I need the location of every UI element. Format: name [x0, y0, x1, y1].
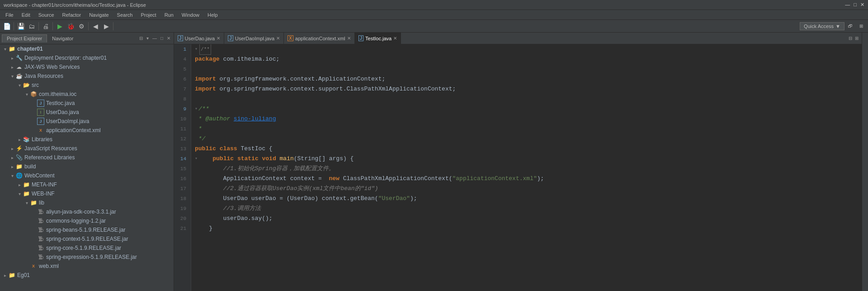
window-controls[interactable]: — □ ✕	[845, 2, 864, 8]
editor-area: JUserDao.java✕JUserDaoImpl.java✕Xapplica…	[174, 33, 862, 291]
tree-item-userdaoimpl-java[interactable]: JUserDaoImpl.java	[0, 117, 174, 126]
tree-item-lib[interactable]: ▾📁lib	[0, 198, 174, 207]
tab-close-appcontext[interactable]: ✕	[347, 36, 351, 41]
tree-arrow-src: ▾	[16, 83, 23, 88]
code-segment: public	[195, 144, 216, 154]
editor-tab-userdao[interactable]: JUserDao.java✕	[174, 33, 224, 44]
tree-item-testioc-java[interactable]: JTestIoc.java	[0, 99, 174, 108]
sidebar-max-btn[interactable]: □	[159, 35, 165, 41]
sidebar-menu-btn[interactable]: ▾	[145, 35, 150, 41]
tree-item-deployment[interactable]: ▸🔧Deployment Descriptor: chapter01	[0, 53, 174, 62]
fold-arrow[interactable]: ▾	[195, 154, 198, 164]
toolbar-print[interactable]: 🖨	[41, 21, 51, 31]
toolbar-save-all[interactable]: 🗂	[27, 21, 37, 31]
toolbar-minimize-all[interactable]: 🗗	[845, 21, 855, 31]
code-editor[interactable]: 1456789101112131415161718192021 ▾/**pack…	[174, 44, 862, 291]
tree-item-webcontent[interactable]: ▾🌐WebContent	[0, 171, 174, 180]
tree-item-spring-core[interactable]: 🗜spring-core-5.1.9.RELEASE.jar	[0, 243, 174, 253]
sidebar-tab-navigator[interactable]: Navigator	[47, 34, 78, 43]
menu-item-refactor[interactable]: Refactor	[59, 11, 85, 19]
tree-arrow-referenced: ▸	[9, 155, 15, 160]
minimize-button[interactable]: —	[845, 2, 850, 8]
tree-label-appcontext-xml: applicationContext.xml	[46, 127, 101, 134]
tree-item-spring-expr[interactable]: 🗜spring-expression-5.1.9.RELEASE.jar	[0, 253, 174, 262]
quick-access-button[interactable]: Quick Access ▼	[800, 22, 844, 30]
tree-item-build[interactable]: ▸📁build	[0, 162, 174, 171]
editor-tab-userdaoimpl[interactable]: JUserDaoImpl.java✕	[224, 33, 284, 44]
menu-item-file[interactable]: File	[2, 11, 17, 19]
tree-icon-web-xml: X	[30, 262, 37, 270]
code-content: ▾/**package com.itheima.ioc;import org.s…	[191, 44, 862, 291]
tree-item-userdao-java[interactable]: IUserDao.java	[0, 108, 174, 117]
sidebar-collapse-btn[interactable]: ⊟	[138, 35, 144, 41]
fold-arrow[interactable]: ▾	[195, 44, 198, 54]
tree-arrow-web-inf: ▾	[16, 191, 23, 196]
tree-icon-javascript: ⚡	[15, 145, 23, 152]
tree-item-src[interactable]: ▾📂src	[0, 81, 174, 90]
line-number: 1	[174, 44, 188, 54]
tree-item-spring-beans[interactable]: 🗜spring-beans-5.1.9.RELEASE.jar	[0, 225, 174, 234]
tab-ctrl-btn[interactable]: ⊞	[854, 35, 860, 42]
code-line: //1.初始化Spring容器，加载配置文件。	[195, 164, 858, 174]
code-segment: /**	[198, 104, 209, 114]
tree-item-spring-context[interactable]: 🗜spring-context-5.1.9.RELEASE.jar	[0, 234, 174, 243]
tree-item-eg01[interactable]: ▸📁Eg01	[0, 271, 174, 280]
tree-label-spring-core: spring-core-5.1.9.RELEASE.jar	[46, 245, 121, 251]
tree-label-deployment: Deployment Descriptor: chapter01	[24, 55, 107, 61]
tree-item-java-resources[interactable]: ▾☕Java Resources	[0, 72, 174, 81]
toolbar-save[interactable]: 💾	[16, 21, 26, 31]
toolbar-perspective[interactable]: ⊞	[856, 21, 866, 31]
toolbar-debug[interactable]: 🐞	[66, 21, 75, 31]
line-numbers: 1456789101112131415161718192021	[174, 44, 191, 291]
editor-tab-appcontext[interactable]: XapplicationContext.xml✕	[284, 33, 354, 44]
menu-item-project[interactable]: Project	[137, 11, 160, 19]
tree-icon-chapter01: 📁	[8, 45, 15, 52]
tree-item-com-itheima-ioc[interactable]: ▾📦com.itheima.ioc	[0, 90, 174, 99]
toolbar-new[interactable]: 📄	[2, 21, 12, 31]
sidebar-tab-project-explorer[interactable]: Project Explorer	[2, 34, 47, 43]
menu-item-help[interactable]: Help	[204, 11, 222, 19]
menu-item-source[interactable]: Source	[35, 11, 58, 19]
close-button[interactable]: ✕	[860, 2, 864, 8]
tree-item-jaxws[interactable]: ▸☁JAX-WS Web Services	[0, 62, 174, 72]
tab-close-testioc[interactable]: ✕	[393, 36, 397, 41]
tree-item-appcontext-xml[interactable]: XapplicationContext.xml	[0, 126, 174, 135]
tree-item-referenced[interactable]: ▸📎Referenced Libraries	[0, 153, 174, 162]
toolbar-back[interactable]: ◀	[90, 21, 100, 31]
tree-icon-java-resources: ☕	[15, 72, 23, 80]
toolbar-forward[interactable]: ▶	[101, 21, 111, 31]
quick-access-label: Quick Access	[804, 24, 834, 29]
menu-item-window[interactable]: Window	[178, 11, 203, 19]
menu-item-edit[interactable]: Edit	[18, 11, 34, 19]
tree-item-web-inf[interactable]: ▾📁WEB-INF	[0, 189, 174, 198]
menu-item-run[interactable]: Run	[161, 11, 177, 19]
tree-item-commons-jar[interactable]: 🗜commons-logging-1.2.jar	[0, 216, 174, 225]
toolbar-profile[interactable]: ⚙	[76, 21, 86, 31]
tab-ctrl-btn[interactable]: ⊟	[847, 35, 854, 42]
menu-item-search[interactable]: Search	[113, 11, 137, 19]
tree-item-web-xml[interactable]: Xweb.xml	[0, 262, 174, 271]
code-segment: ClassPathXmlApplicationContext(	[340, 174, 453, 184]
tree-icon-testioc-java: J	[37, 100, 44, 107]
sidebar-close-btn[interactable]: ✕	[165, 35, 172, 41]
tab-close-userdaoimpl[interactable]: ✕	[276, 36, 280, 41]
editor-tab-testioc[interactable]: JTestIoc.java✕	[355, 33, 401, 44]
tree-label-spring-context: spring-context-5.1.9.RELEASE.jar	[46, 236, 128, 242]
tree-item-meta-inf[interactable]: ▸📁META-INF	[0, 180, 174, 189]
toolbar-sep5	[113, 22, 113, 30]
tree-arrow-libraries: ▸	[16, 137, 23, 142]
tree-label-web-inf: WEB-INF	[32, 191, 55, 197]
tree-item-chapter01[interactable]: ▾📁chapter01	[0, 44, 174, 53]
fold-arrow[interactable]: ▾	[195, 104, 198, 114]
code-segment: import	[195, 84, 216, 94]
tree-item-aliyun-jar[interactable]: 🗜aliyun-java-sdk-core-3.3.1.jar	[0, 207, 174, 216]
tree-item-javascript[interactable]: ▸⚡JavaScript Resources	[0, 144, 174, 153]
code-segment: //1.初始化Spring容器，加载配置文件。	[223, 164, 335, 174]
menu-item-navigate[interactable]: Navigate	[85, 11, 112, 19]
tree-item-libraries[interactable]: ▸📚Libraries	[0, 135, 174, 144]
sidebar-min-btn[interactable]: —	[151, 35, 158, 41]
maximize-button[interactable]: □	[854, 2, 857, 8]
line-number: 20	[174, 214, 188, 224]
tab-close-userdao[interactable]: ✕	[217, 36, 220, 41]
toolbar-run[interactable]: ▶	[55, 21, 65, 31]
